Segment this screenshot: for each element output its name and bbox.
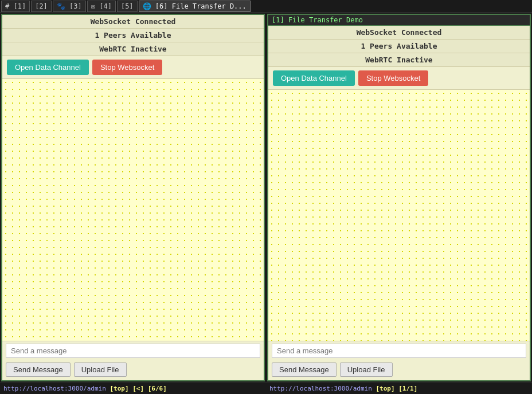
right-upload-file-button[interactable]: Upload File: [340, 363, 393, 377]
tab-5[interactable]: [5]: [117, 1, 138, 12]
tab-2[interactable]: [2]: [31, 1, 52, 12]
tab-1[interactable]: # [1]: [1, 1, 30, 12]
right-button-row: Open Data Channel Stop Websocket: [268, 67, 530, 90]
right-status-segment: http://localhost:3000/admin [top] [1/1]: [266, 383, 532, 394]
tab-2-num: [2]: [35, 2, 48, 10]
left-panel: WebSocket Connected 1 Peers Available We…: [1, 14, 265, 381]
right-message-input-row: [268, 341, 530, 360]
left-webrtc-status: WebRTC Inactive: [2, 42, 264, 56]
left-message-input[interactable]: [6, 344, 260, 358]
right-message-area: [268, 90, 530, 341]
right-open-channel-button[interactable]: Open Data Channel: [273, 70, 355, 86]
right-websocket-status: WebSocket Connected: [268, 26, 530, 40]
left-status-url: http://localhost:3000/admin: [3, 385, 106, 392]
right-message-input[interactable]: [272, 344, 526, 358]
tab-3-icon: 🐾: [57, 2, 65, 10]
tab-1-num: [1]: [13, 2, 26, 10]
tab-6-num: [6] File Transfer D...: [155, 2, 247, 10]
right-stop-websocket-button[interactable]: Stop Websocket: [358, 70, 428, 86]
tab-4-num: [4]: [99, 2, 112, 10]
right-peers-status: 1 Peers Available: [268, 40, 530, 53]
tab-4-icon: ✉: [91, 2, 95, 10]
tab-1-label: #: [5, 2, 9, 10]
tab-3-num: [3]: [69, 2, 82, 10]
right-send-message-button[interactable]: Send Message: [272, 363, 337, 377]
right-status-info: [top] [1/1]: [375, 385, 417, 392]
right-bottom-buttons: Send Message Upload File: [268, 360, 530, 380]
left-bottom-buttons: Send Message Upload File: [2, 360, 264, 380]
left-websocket-status: WebSocket Connected: [2, 15, 264, 29]
left-button-row: Open Data Channel Stop Websocket: [2, 56, 264, 79]
left-peers-status: 1 Peers Available: [2, 29, 264, 42]
left-status-info: [top] [<] [6/6]: [109, 385, 166, 392]
right-panel: [1] File Transfer Demo WebSocket Connect…: [267, 14, 531, 381]
tab-bar: # [1] [2] 🐾 [3] ✉ [4] [5] 🌐 [6] File Tra…: [0, 0, 532, 13]
tab-6[interactable]: 🌐 [6] File Transfer D...: [139, 1, 251, 12]
status-bar: http://localhost:3000/admin [top] [<] [6…: [0, 383, 532, 394]
tab-4[interactable]: ✉ [4]: [87, 1, 116, 12]
main-area: WebSocket Connected 1 Peers Available We…: [0, 13, 532, 383]
left-message-area: [2, 79, 264, 341]
tab-6-icon: 🌐: [143, 2, 151, 10]
left-stop-websocket-button[interactable]: Stop Websocket: [92, 60, 162, 75]
left-message-input-row: [2, 341, 264, 360]
left-open-channel-button[interactable]: Open Data Channel: [7, 60, 89, 75]
right-webrtc-status: WebRTC Inactive: [268, 53, 530, 67]
right-panel-title: [1] File Transfer Demo: [268, 15, 530, 26]
left-upload-file-button[interactable]: Upload File: [74, 363, 127, 377]
tab-3[interactable]: 🐾 [3]: [53, 1, 86, 12]
left-status-segment: http://localhost:3000/admin [top] [<] [6…: [0, 383, 266, 394]
left-send-message-button[interactable]: Send Message: [6, 363, 71, 377]
right-status-url: http://localhost:3000/admin: [269, 385, 372, 392]
tab-5-num: [5]: [121, 2, 134, 10]
